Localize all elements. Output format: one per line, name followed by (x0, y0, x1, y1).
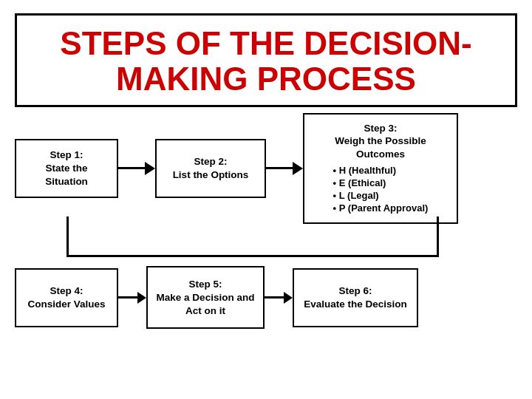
step-3-box: Step 3: Weigh the Possible Outcomes H (H… (303, 113, 458, 224)
step-6-box: Step 6: Evaluate the Decision (293, 268, 418, 327)
bullet-2: E (Ethical) (333, 177, 429, 190)
page-title: STEPS OF THE DECISION- MAKING PROCESS (24, 26, 508, 98)
flow-area: Step 1: State the Situation Step 2: List… (15, 120, 517, 389)
step5-sub: Make a Decision and Act on it (155, 291, 256, 317)
step4-label: Step 4: (50, 284, 83, 298)
title-line2: MAKING PROCESS (116, 61, 416, 97)
step-1-box: Step 1: State the Situation (15, 139, 118, 198)
step3-bullets: H (Healthful) E (Ethical) L (Legal) P (P… (333, 165, 429, 215)
bullet-1: H (Healthful) (333, 165, 429, 177)
connector (15, 216, 517, 257)
title-line1: STEPS OF THE DECISION- (60, 25, 471, 61)
arrow-5-to-6 (265, 290, 293, 305)
connector-h (66, 255, 439, 257)
step1-sub: State the Situation (24, 162, 109, 188)
bullet-4: P (Parent Approval) (333, 202, 429, 215)
top-row: Step 1: State the Situation Step 2: List… (15, 120, 517, 216)
step1-label: Step 1: (50, 149, 83, 162)
bottom-row: Step 4: Consider Values Step 5: Make a D… (15, 257, 517, 338)
connector-v-right (437, 216, 439, 257)
step-4-box: Step 4: Consider Values (15, 268, 118, 327)
page: STEPS OF THE DECISION- MAKING PROCESS St… (0, 0, 532, 399)
step4-sub: Consider Values (27, 298, 105, 311)
arrow-1-to-2 (118, 161, 155, 176)
connector-v-left (66, 216, 69, 257)
title-box: STEPS OF THE DECISION- MAKING PROCESS (15, 13, 517, 107)
step3-title: Step 3: Weigh the Possible Outcomes (313, 122, 448, 161)
arrow-2-to-3 (266, 161, 303, 176)
step2-sub: List the Options (173, 168, 249, 182)
step-5-box: Step 5: Make a Decision and Act on it (146, 266, 265, 329)
step2-label: Step 2: (194, 155, 227, 168)
arrow-4-to-5 (118, 290, 146, 305)
step6-sub: Evaluate the Decision (304, 298, 407, 311)
step-2-box: Step 2: List the Options (155, 139, 266, 198)
bullet-3: L (Legal) (333, 190, 429, 202)
step5-label: Step 5: (188, 278, 222, 291)
step6-label: Step 6: (338, 284, 372, 298)
